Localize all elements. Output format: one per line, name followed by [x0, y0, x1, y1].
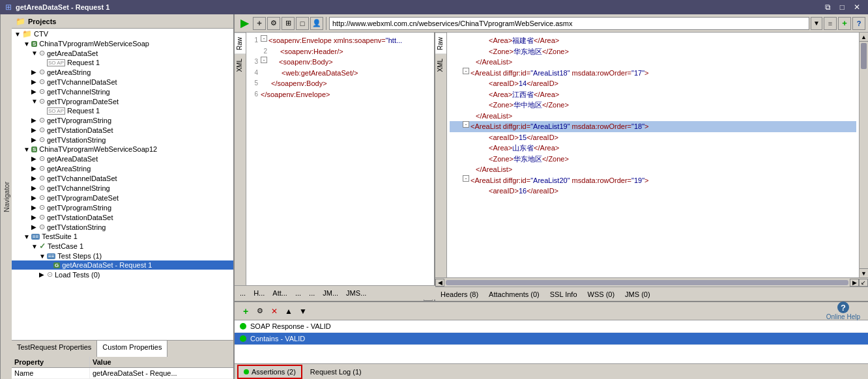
table-button[interactable]: ⊞ [282, 17, 295, 30]
toolbar-extra2[interactable]: + [838, 17, 851, 30]
response-hscroll[interactable]: ◀ ▶ ↙ [435, 277, 868, 287]
response-panel: Raw XML <Area>福建省</Area> <Zone>华东地区</Zon… [435, 33, 868, 301]
tree-item-getchanneldataset[interactable]: ▶ ⊙ getTVchannelDataSet [12, 77, 233, 87]
request-bottom-tabbar: ... H... Att... ... ... JM... JMS... [235, 285, 435, 300]
tree-item-getstationdataset2[interactable]: ▶ ⊙ getTVstationDataSet [12, 212, 233, 222]
response-bottom-tabbar: Headers (8) Attachments (0) SSL Info WSS… [435, 287, 868, 301]
request-log-tab[interactable]: Request Log (1) [305, 366, 367, 378]
assertions-tab[interactable]: Assertions (2) [237, 365, 302, 379]
attachments-tab[interactable]: Attachments (0) [486, 289, 542, 300]
soap-assertion-label: SOAP Response - VALID [250, 322, 331, 330]
tree-item-getprogramstring2[interactable]: ▶ ⊙ getTVprogramString [12, 203, 233, 212]
props-table: Property Value Name getAreaDataSet - Req… [12, 357, 233, 379]
req-res-split: Raw XML 1 - <soapenv:Envelope xmlns:soap… [235, 33, 868, 301]
tree-item-getprogramstring[interactable]: ▶ ⊙ getTVprogramString [12, 115, 233, 125]
url-dropdown-button[interactable]: ▼ [811, 17, 822, 30]
response-vscrollbar[interactable]: ▲ ▼ [859, 33, 868, 277]
add-assertion-button[interactable]: + [240, 305, 252, 317]
assertion-item-soap[interactable]: SOAP Response - VALID [235, 320, 868, 333]
response-raw-tab[interactable]: Raw [435, 33, 446, 54]
props-header-property: Property [12, 357, 90, 367]
request-panel: Raw XML 1 - <soapenv:Envelope xmlns:soap… [235, 33, 435, 301]
assertions-area: + ⚙ ✕ ▲ ▼ ? Online Help SOAP [235, 301, 868, 379]
assert-bottom-tabs: Assertions (2) Request Log (1) [235, 363, 868, 379]
tree-item-request1b[interactable]: SO AP Request 1 [12, 106, 233, 115]
settings-button[interactable]: ⚙ [267, 17, 280, 30]
tab-custom-props[interactable]: Custom Properties [97, 341, 167, 357]
props-row-name: Name getAreaDataSet - Reque... [12, 368, 233, 379]
tab-testrequest-props[interactable]: TestRequest Properties [12, 341, 97, 357]
tree-item-getareadataset[interactable]: ▼ ⊙ getAreaDataSet [12, 48, 233, 58]
response-xml-content[interactable]: <Area>福建省</Area> <Zone>华东地区</Zone> </Are… [447, 33, 859, 277]
req-tab-extra2[interactable]: ... [306, 288, 317, 298]
close-button[interactable]: ✕ [851, 3, 863, 12]
tree-item-ctv[interactable]: ▼ 📁 CTV [12, 29, 233, 39]
response-side-labels: Raw XML [435, 33, 447, 277]
settings-assertion-button[interactable]: ⚙ [254, 305, 266, 317]
request-raw-tab[interactable]: Raw [235, 33, 246, 54]
tree-item-getstationstring[interactable]: ▶ ⊙ getTVstationString [12, 135, 233, 145]
tree-item-request-selected[interactable]: G getAreaDataSet - Request 1 [12, 260, 233, 270]
ssl-tab[interactable]: SSL Info [547, 289, 580, 300]
req-tab-extra1[interactable]: ... [293, 288, 304, 298]
maximize-button[interactable]: □ [837, 3, 847, 12]
move-down-button[interactable]: ▼ [297, 305, 309, 317]
tree-item-getchannelstring[interactable]: ▶ ⊙ getTVchannelString [12, 87, 233, 96]
window-icon: ⊞ [5, 3, 12, 12]
header-tab[interactable]: Headers (8) [438, 289, 481, 300]
toolbar-extra1[interactable]: ≡ [824, 17, 837, 30]
play-button[interactable]: ▶ [237, 16, 252, 31]
request-toolbar: ▶ + ⚙ ⊞ □ 👤 ▼ ≡ + ? [235, 14, 868, 33]
user-button[interactable]: 👤 [310, 17, 323, 30]
tree-item-getchanneldataset2[interactable]: ▶ ⊙ getTVchannelDataSet [12, 173, 233, 183]
tree-item-getstationstring2[interactable]: ▶ ⊙ getTVstationString [12, 222, 233, 232]
request-xml-content[interactable]: 1 - <soapenv:Envelope xmlns:soapenv="htt… [246, 33, 434, 292]
response-xml-tab[interactable]: XML [435, 54, 446, 76]
tree-content[interactable]: ▼ 📁 CTV ▼ S ChinaTVprogramWebServiceSoap… [12, 29, 233, 340]
tree-item-getareastring2[interactable]: ▶ ⊙ getAreaString [12, 163, 233, 173]
req-tab-jms[interactable]: JMS... [343, 288, 369, 298]
req-tab-att[interactable]: Att... [270, 288, 290, 298]
props-cell-name: Name [12, 368, 90, 378]
project-tree-panel: 📁 Projects ▼ 📁 CTV ▼ S ChinaTVprogramWeb… [12, 14, 235, 379]
restore-button[interactable]: ⧉ [822, 3, 833, 12]
jms-tab[interactable]: JMS (0) [622, 289, 653, 300]
tree-item-getchannelstring2[interactable]: ▶ ⊙ getTVchannelString [12, 183, 233, 193]
req-tab-h[interactable]: H... [251, 288, 267, 298]
tree-item-getstationdataset[interactable]: ▶ ⊙ getTVstationDataSet [12, 125, 233, 135]
toolbar-extra3[interactable]: ? [852, 17, 865, 30]
request-xml-tab[interactable]: XML [235, 54, 246, 76]
move-up-button[interactable]: ▲ [283, 305, 295, 317]
tree-item-loadtests[interactable]: ▶ ⊙ Load Tests (0) [12, 270, 233, 279]
assertion-list: SOAP Response - VALID Contains - VALID [235, 320, 868, 363]
tree-item-request1a[interactable]: SO AP Request 1 [12, 58, 233, 67]
projects-label: Projects [28, 18, 56, 25]
tree-item-getareadataset2[interactable]: ▶ ⊙ getAreaDataSet [12, 154, 233, 163]
tree-item-testsuite1[interactable]: ▼ ≡≡ TestSuite 1 [12, 232, 233, 241]
tree-item-testcase1[interactable]: ▼ ✓ TestCase 1 [12, 241, 233, 251]
req-tab-dots[interactable]: ... [237, 288, 248, 298]
wss-tab[interactable]: WSS (0) [585, 289, 618, 300]
url-input[interactable] [329, 17, 809, 30]
navigator-label: Navigator [0, 14, 12, 379]
tree-item-getprogramdataset2[interactable]: ▶ ⊙ getTVprogramDateSet [12, 193, 233, 203]
stop-button[interactable]: □ [296, 17, 309, 30]
remove-assertion-button[interactable]: ✕ [268, 305, 280, 317]
tree-item-soap12[interactable]: ▼ S ChinaTVprogramWebServiceSoap12 [12, 145, 233, 154]
online-help-label: Online Help [826, 313, 860, 320]
projects-icon: 📁 [16, 17, 25, 26]
props-header-value: Value [90, 357, 233, 367]
tree-item-getprogramdataset[interactable]: ▼ ⊙ getTVprogramDateSet [12, 96, 233, 106]
request-side-labels: Raw XML [235, 33, 246, 292]
soap-status-dot [240, 323, 246, 330]
tree-item-soap1[interactable]: ▼ S ChinaTVprogramWebServiceSoap [12, 39, 233, 48]
tree-item-getareastring[interactable]: ▶ ⊙ getAreaString [12, 67, 233, 77]
req-tab-jm[interactable]: JM... [320, 288, 341, 298]
tree-item-teststeps[interactable]: ▼ ≡≡ Test Steps (1) [12, 251, 233, 260]
props-cell-value: getAreaDataSet - Reque... [90, 368, 233, 378]
projects-header: 📁 Projects [12, 14, 233, 29]
contains-assertion-label: Contains - VALID [250, 335, 305, 343]
add-button[interactable]: + [253, 17, 266, 30]
online-help[interactable]: ? Online Help [826, 302, 860, 320]
assertion-item-contains[interactable]: Contains - VALID [235, 333, 868, 345]
